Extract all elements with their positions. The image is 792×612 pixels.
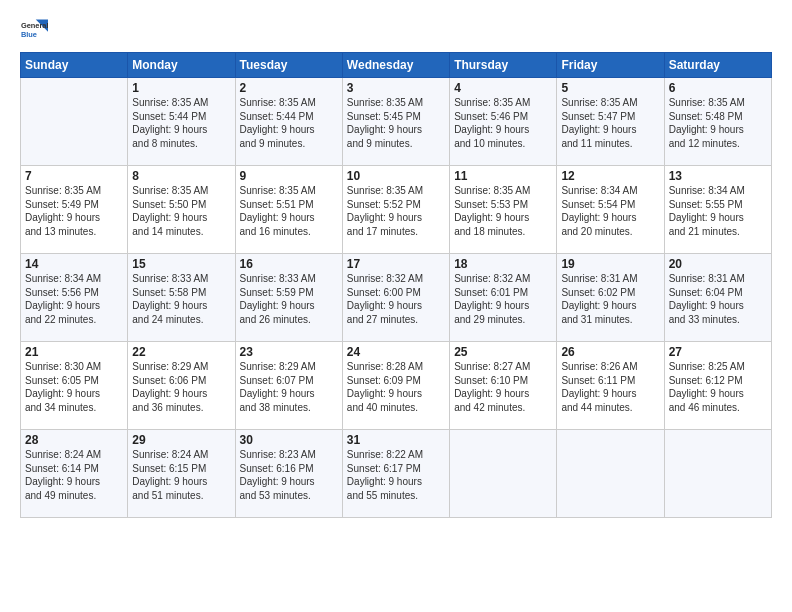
day-number: 11 xyxy=(454,169,552,183)
weekday-header-thursday: Thursday xyxy=(450,53,557,78)
calendar-cell: 19Sunrise: 8:31 AMSunset: 6:02 PMDayligh… xyxy=(557,254,664,342)
day-number: 12 xyxy=(561,169,659,183)
day-info: Sunrise: 8:35 AMSunset: 5:50 PMDaylight:… xyxy=(132,184,230,238)
calendar-cell: 23Sunrise: 8:29 AMSunset: 6:07 PMDayligh… xyxy=(235,342,342,430)
day-info: Sunrise: 8:25 AMSunset: 6:12 PMDaylight:… xyxy=(669,360,767,414)
day-number: 30 xyxy=(240,433,338,447)
day-number: 27 xyxy=(669,345,767,359)
day-info: Sunrise: 8:31 AMSunset: 6:04 PMDaylight:… xyxy=(669,272,767,326)
calendar-cell: 9Sunrise: 8:35 AMSunset: 5:51 PMDaylight… xyxy=(235,166,342,254)
day-number: 3 xyxy=(347,81,445,95)
day-info: Sunrise: 8:34 AMSunset: 5:55 PMDaylight:… xyxy=(669,184,767,238)
logo: General Blue xyxy=(20,16,48,44)
weekday-header-sunday: Sunday xyxy=(21,53,128,78)
day-info: Sunrise: 8:33 AMSunset: 5:59 PMDaylight:… xyxy=(240,272,338,326)
day-number: 7 xyxy=(25,169,123,183)
day-info: Sunrise: 8:35 AMSunset: 5:52 PMDaylight:… xyxy=(347,184,445,238)
calendar-table: SundayMondayTuesdayWednesdayThursdayFrid… xyxy=(20,52,772,518)
calendar-cell: 17Sunrise: 8:32 AMSunset: 6:00 PMDayligh… xyxy=(342,254,449,342)
day-info: Sunrise: 8:28 AMSunset: 6:09 PMDaylight:… xyxy=(347,360,445,414)
day-number: 10 xyxy=(347,169,445,183)
svg-text:General: General xyxy=(21,21,48,30)
calendar-cell: 30Sunrise: 8:23 AMSunset: 6:16 PMDayligh… xyxy=(235,430,342,518)
day-number: 17 xyxy=(347,257,445,271)
calendar-week-1: 1Sunrise: 8:35 AMSunset: 5:44 PMDaylight… xyxy=(21,78,772,166)
day-info: Sunrise: 8:32 AMSunset: 6:01 PMDaylight:… xyxy=(454,272,552,326)
day-number: 9 xyxy=(240,169,338,183)
calendar-cell: 14Sunrise: 8:34 AMSunset: 5:56 PMDayligh… xyxy=(21,254,128,342)
day-info: Sunrise: 8:34 AMSunset: 5:54 PMDaylight:… xyxy=(561,184,659,238)
day-info: Sunrise: 8:35 AMSunset: 5:45 PMDaylight:… xyxy=(347,96,445,150)
calendar-cell: 6Sunrise: 8:35 AMSunset: 5:48 PMDaylight… xyxy=(664,78,771,166)
day-number: 28 xyxy=(25,433,123,447)
calendar-cell: 1Sunrise: 8:35 AMSunset: 5:44 PMDaylight… xyxy=(128,78,235,166)
calendar-cell: 10Sunrise: 8:35 AMSunset: 5:52 PMDayligh… xyxy=(342,166,449,254)
calendar-cell: 8Sunrise: 8:35 AMSunset: 5:50 PMDaylight… xyxy=(128,166,235,254)
weekday-header-row: SundayMondayTuesdayWednesdayThursdayFrid… xyxy=(21,53,772,78)
day-number: 20 xyxy=(669,257,767,271)
calendar-cell xyxy=(557,430,664,518)
day-number: 21 xyxy=(25,345,123,359)
weekday-header-friday: Friday xyxy=(557,53,664,78)
day-info: Sunrise: 8:32 AMSunset: 6:00 PMDaylight:… xyxy=(347,272,445,326)
calendar-cell: 22Sunrise: 8:29 AMSunset: 6:06 PMDayligh… xyxy=(128,342,235,430)
svg-text:Blue: Blue xyxy=(21,30,37,39)
calendar-cell: 2Sunrise: 8:35 AMSunset: 5:44 PMDaylight… xyxy=(235,78,342,166)
day-info: Sunrise: 8:35 AMSunset: 5:48 PMDaylight:… xyxy=(669,96,767,150)
calendar-cell: 26Sunrise: 8:26 AMSunset: 6:11 PMDayligh… xyxy=(557,342,664,430)
day-number: 13 xyxy=(669,169,767,183)
day-number: 29 xyxy=(132,433,230,447)
day-number: 6 xyxy=(669,81,767,95)
day-info: Sunrise: 8:22 AMSunset: 6:17 PMDaylight:… xyxy=(347,448,445,502)
calendar-cell: 20Sunrise: 8:31 AMSunset: 6:04 PMDayligh… xyxy=(664,254,771,342)
calendar-cell: 16Sunrise: 8:33 AMSunset: 5:59 PMDayligh… xyxy=(235,254,342,342)
calendar-week-2: 7Sunrise: 8:35 AMSunset: 5:49 PMDaylight… xyxy=(21,166,772,254)
day-info: Sunrise: 8:33 AMSunset: 5:58 PMDaylight:… xyxy=(132,272,230,326)
day-number: 26 xyxy=(561,345,659,359)
day-number: 8 xyxy=(132,169,230,183)
day-info: Sunrise: 8:35 AMSunset: 5:47 PMDaylight:… xyxy=(561,96,659,150)
day-number: 14 xyxy=(25,257,123,271)
day-number: 19 xyxy=(561,257,659,271)
calendar-cell: 12Sunrise: 8:34 AMSunset: 5:54 PMDayligh… xyxy=(557,166,664,254)
day-number: 31 xyxy=(347,433,445,447)
day-number: 22 xyxy=(132,345,230,359)
calendar-week-5: 28Sunrise: 8:24 AMSunset: 6:14 PMDayligh… xyxy=(21,430,772,518)
calendar-cell: 11Sunrise: 8:35 AMSunset: 5:53 PMDayligh… xyxy=(450,166,557,254)
day-info: Sunrise: 8:30 AMSunset: 6:05 PMDaylight:… xyxy=(25,360,123,414)
day-number: 23 xyxy=(240,345,338,359)
calendar-body: 1Sunrise: 8:35 AMSunset: 5:44 PMDaylight… xyxy=(21,78,772,518)
calendar-week-4: 21Sunrise: 8:30 AMSunset: 6:05 PMDayligh… xyxy=(21,342,772,430)
calendar-cell: 28Sunrise: 8:24 AMSunset: 6:14 PMDayligh… xyxy=(21,430,128,518)
day-number: 16 xyxy=(240,257,338,271)
calendar-cell: 4Sunrise: 8:35 AMSunset: 5:46 PMDaylight… xyxy=(450,78,557,166)
day-info: Sunrise: 8:34 AMSunset: 5:56 PMDaylight:… xyxy=(25,272,123,326)
day-number: 5 xyxy=(561,81,659,95)
day-info: Sunrise: 8:35 AMSunset: 5:49 PMDaylight:… xyxy=(25,184,123,238)
day-number: 18 xyxy=(454,257,552,271)
calendar-cell: 5Sunrise: 8:35 AMSunset: 5:47 PMDaylight… xyxy=(557,78,664,166)
calendar-cell: 27Sunrise: 8:25 AMSunset: 6:12 PMDayligh… xyxy=(664,342,771,430)
calendar-cell: 18Sunrise: 8:32 AMSunset: 6:01 PMDayligh… xyxy=(450,254,557,342)
weekday-header-wednesday: Wednesday xyxy=(342,53,449,78)
day-info: Sunrise: 8:26 AMSunset: 6:11 PMDaylight:… xyxy=(561,360,659,414)
calendar-cell: 24Sunrise: 8:28 AMSunset: 6:09 PMDayligh… xyxy=(342,342,449,430)
calendar-cell: 3Sunrise: 8:35 AMSunset: 5:45 PMDaylight… xyxy=(342,78,449,166)
day-info: Sunrise: 8:35 AMSunset: 5:46 PMDaylight:… xyxy=(454,96,552,150)
day-info: Sunrise: 8:27 AMSunset: 6:10 PMDaylight:… xyxy=(454,360,552,414)
weekday-header-monday: Monday xyxy=(128,53,235,78)
day-number: 24 xyxy=(347,345,445,359)
calendar-week-3: 14Sunrise: 8:34 AMSunset: 5:56 PMDayligh… xyxy=(21,254,772,342)
calendar-cell: 21Sunrise: 8:30 AMSunset: 6:05 PMDayligh… xyxy=(21,342,128,430)
day-info: Sunrise: 8:35 AMSunset: 5:44 PMDaylight:… xyxy=(132,96,230,150)
calendar-cell xyxy=(450,430,557,518)
day-info: Sunrise: 8:31 AMSunset: 6:02 PMDaylight:… xyxy=(561,272,659,326)
weekday-header-tuesday: Tuesday xyxy=(235,53,342,78)
day-info: Sunrise: 8:29 AMSunset: 6:06 PMDaylight:… xyxy=(132,360,230,414)
calendar-cell: 29Sunrise: 8:24 AMSunset: 6:15 PMDayligh… xyxy=(128,430,235,518)
day-info: Sunrise: 8:35 AMSunset: 5:51 PMDaylight:… xyxy=(240,184,338,238)
day-number: 2 xyxy=(240,81,338,95)
day-info: Sunrise: 8:29 AMSunset: 6:07 PMDaylight:… xyxy=(240,360,338,414)
calendar-cell xyxy=(664,430,771,518)
weekday-header-saturday: Saturday xyxy=(664,53,771,78)
